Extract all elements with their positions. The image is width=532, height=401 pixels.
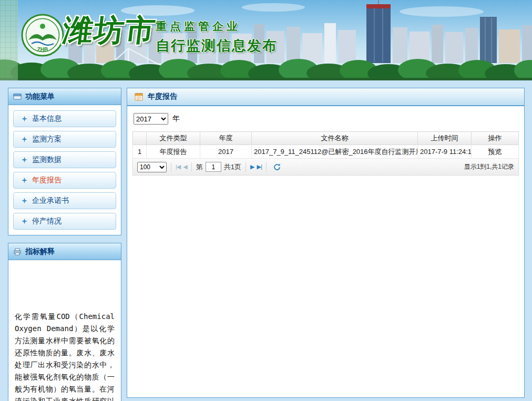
sidebar-item-monitoring-data[interactable]: 监测数据 — [13, 151, 116, 168]
page-title: 年度报告 — [148, 92, 177, 101]
divider — [266, 162, 267, 172]
site-title: 潍坊市 — [60, 11, 158, 51]
cell-year: 2017 — [200, 145, 252, 159]
sidebar-item-label: 监测方案 — [32, 135, 62, 144]
star-icon — [22, 198, 27, 204]
star-icon — [22, 219, 27, 224]
sidebar-item-production-suspension[interactable]: 停产情况 — [13, 213, 116, 230]
indicator-panel: 指标解释 化学需氧量COD（Chemical Oxygen Demand）是以化… — [8, 243, 121, 401]
cell-upload-time: 2017-7-9 11:24:13 — [418, 145, 472, 159]
subtitle-line2: 自行监测信息发布 — [156, 36, 278, 55]
col-action: 操作 — [472, 132, 519, 145]
function-menu-list: 基本信息 监测方案 监测数据 年度报告 — [8, 105, 121, 235]
refresh-icon[interactable] — [273, 163, 281, 171]
function-menu-title: 功能菜单 — [25, 92, 55, 101]
col-index — [133, 132, 147, 145]
sidebar-item-label: 停产情况 — [32, 217, 62, 226]
function-menu-panel: 功能菜单 基本信息 监测方案 监测数据 — [8, 88, 121, 235]
main-body: 2017 年 文件类型 年度 文件名称 — [127, 106, 524, 397]
subtitle-line1: 重点监管企业 — [156, 19, 278, 34]
sidebar-item-label: 基本信息 — [32, 114, 62, 124]
next-page-button[interactable]: ▶ — [250, 163, 254, 170]
indicator-explanation-text: 化学需氧量COD（Chemical Oxygen Demand）是以化学方法测量… — [8, 260, 121, 401]
col-file-type: 文件类型 — [147, 132, 200, 145]
cell-file-name: 2017_7_9_11_245112@已解密_2016年度自行监测开展情况年 — [252, 145, 418, 159]
notepad-icon — [134, 92, 144, 101]
indicator-panel-header: 指标解释 — [8, 243, 121, 260]
sidebar: 功能菜单 基本信息 监测方案 监测数据 — [8, 88, 121, 401]
star-icon — [22, 116, 27, 122]
main-panel: 年度报告 2017 年 — [127, 88, 525, 398]
year-select[interactable]: 2017 — [134, 113, 168, 125]
page-number-input[interactable] — [206, 162, 221, 172]
col-upload-time: 上传时间 — [418, 132, 472, 145]
sidebar-item-label: 年度报告 — [32, 176, 62, 185]
year-filter: 2017 年 — [134, 113, 519, 125]
divider — [171, 162, 171, 172]
first-page-button[interactable]: |◀ — [176, 163, 180, 170]
page: ZHB 潍坊市 重点监管企业 自行监测信息发布 功能菜单 — [0, 0, 532, 401]
main-panel-header: 年度报告 — [127, 88, 524, 106]
function-menu-header: 功能菜单 — [8, 88, 121, 105]
annual-report-table: 文件类型 年度 文件名称 上传时间 操作 1 年度报告 2017 2017_7_ — [132, 131, 519, 159]
table-header-row: 文件类型 年度 文件名称 上传时间 操作 — [133, 132, 519, 145]
content-area: 功能菜单 基本信息 监测方案 监测数据 — [0, 80, 532, 401]
sidebar-item-annual-report[interactable]: 年度报告 — [13, 172, 116, 189]
preview-link[interactable]: 预览 — [472, 145, 519, 159]
window-icon — [13, 93, 22, 100]
divider — [245, 162, 246, 172]
year-unit-label: 年 — [172, 114, 180, 124]
record-summary: 显示1到1,共1记录 — [464, 162, 514, 171]
star-icon — [22, 137, 27, 142]
sidebar-item-label: 企业承诺书 — [32, 196, 69, 205]
site-banner: ZHB 潍坊市 重点监管企业 自行监测信息发布 — [0, 0, 532, 80]
col-year: 年度 — [200, 132, 252, 145]
sidebar-item-commitment-letter[interactable]: 企业承诺书 — [13, 192, 116, 209]
logo-text: ZHB — [37, 47, 48, 53]
pagination-bar: 100 |◀ ◀ 第 共1页 ▶ ▶| — [132, 159, 519, 176]
sidebar-item-basic-info[interactable]: 基本信息 — [13, 110, 116, 127]
environment-logo: ZHB — [21, 14, 64, 57]
col-file-name: 文件名称 — [252, 132, 418, 145]
last-page-button[interactable]: ▶| — [257, 163, 262, 170]
star-icon — [22, 157, 27, 163]
site-subtitle: 重点监管企业 自行监测信息发布 — [156, 19, 278, 55]
main-empty-space — [132, 176, 519, 397]
table-row[interactable]: 1 年度报告 2017 2017_7_9_11_245112@已解密_2016年… — [133, 145, 519, 159]
cell-index: 1 — [133, 145, 147, 159]
page-size-select[interactable]: 100 — [137, 162, 167, 172]
sidebar-item-monitoring-plan[interactable]: 监测方案 — [13, 131, 116, 148]
page-label-suffix: 共1页 — [224, 162, 241, 172]
divider — [191, 162, 192, 172]
cell-file-type: 年度报告 — [147, 145, 200, 159]
indicator-panel-title: 指标解释 — [25, 247, 55, 256]
prev-page-button[interactable]: ◀ — [183, 163, 187, 170]
star-icon — [22, 178, 27, 183]
printer-icon — [13, 248, 22, 255]
page-label-prefix: 第 — [196, 162, 203, 172]
sidebar-item-label: 监测数据 — [32, 155, 62, 164]
